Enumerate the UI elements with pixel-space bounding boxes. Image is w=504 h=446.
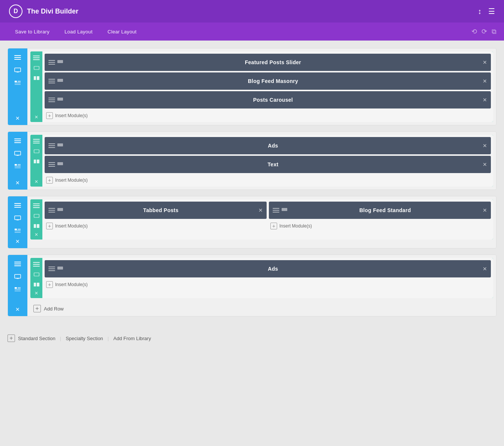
section-3-close-icon[interactable]: ✕ [15, 238, 20, 244]
row-menu-icon[interactable] [32, 202, 40, 210]
undo-icon[interactable]: ⟲ [471, 27, 477, 36]
module-close-icon[interactable]: ✕ [483, 266, 487, 272]
section-4-grid-icon[interactable] [12, 284, 23, 295]
history-icon[interactable]: ⧉ [492, 28, 496, 36]
svg-rect-20 [37, 160, 39, 163]
section-3-grid-icon[interactable] [12, 226, 23, 236]
module-tabbed-posts[interactable]: Tabbed Posts ✕ [45, 202, 267, 219]
insert-modules-label: Insert Module(s) [55, 178, 88, 183]
row-menu-icon[interactable] [32, 54, 40, 62]
module-close-icon[interactable]: ✕ [483, 78, 487, 84]
row-menu-icon[interactable] [32, 260, 40, 268]
svg-rect-42 [37, 283, 39, 286]
insert-modules-col-2[interactable]: + Insert Module(s) [269, 220, 491, 230]
insert-modules-row-4[interactable]: + Insert Module(s) [45, 279, 491, 289]
add-from-library-link[interactable]: Add From Library [113, 336, 151, 341]
section-1-menu-icon[interactable] [12, 52, 23, 63]
clear-layout-button[interactable]: Clear Layout [100, 23, 144, 41]
module-close-icon[interactable]: ✕ [483, 207, 487, 213]
row-close-icon[interactable]: ✕ [34, 291, 38, 296]
svg-rect-14 [15, 164, 17, 166]
row-monitor-icon[interactable] [32, 147, 40, 155]
module-posts-carousel[interactable]: Posts Carousel ✕ [45, 91, 491, 108]
section-4-monitor-icon[interactable] [12, 271, 23, 282]
section-2-monitor-icon[interactable] [12, 148, 23, 159]
section-1-grid-icon[interactable] [12, 78, 23, 88]
section-4-menu-icon[interactable] [12, 259, 23, 269]
module-close-icon[interactable]: ✕ [258, 207, 263, 213]
row-1-1-sidebar: ✕ [30, 51, 42, 122]
module-close-icon[interactable]: ✕ [483, 59, 487, 65]
svg-rect-11 [57, 98, 63, 101]
section-1-close-icon[interactable]: ✕ [15, 115, 20, 121]
module-title: Tabbed Posts [67, 207, 255, 213]
row-columns-icon[interactable] [32, 222, 40, 230]
insert-modules-row-2[interactable]: + Insert Module(s) [45, 175, 491, 184]
row-monitor-icon[interactable] [32, 64, 40, 72]
row-monitor-icon[interactable] [32, 212, 40, 220]
svg-rect-23 [15, 216, 21, 220]
svg-rect-30 [34, 224, 36, 228]
row-4-1-modules: Ads ✕ + Insert Module(s) [42, 258, 493, 298]
add-row-button[interactable]: + Add Row [27, 301, 496, 316]
footer: + Standard Section | Specialty Section |… [0, 330, 504, 347]
module-ads-2[interactable]: Ads ✕ [45, 260, 491, 277]
sort-icon[interactable]: ↕ [478, 7, 482, 16]
section-3-content: ✕ Tabbed Posts ✕ [27, 196, 496, 248]
section-2-close-icon[interactable]: ✕ [15, 180, 20, 186]
module-close-icon[interactable]: ✕ [483, 161, 487, 167]
svg-rect-21 [57, 143, 63, 146]
row-columns-icon[interactable] [32, 280, 40, 289]
module-blog-feed-masonry[interactable]: Blog Feed Masonry ✕ [45, 72, 491, 90]
row-3-1-modules: Tabbed Posts ✕ + Insert Module(s) [42, 199, 493, 240]
module-close-icon[interactable]: ✕ [483, 143, 487, 149]
module-text[interactable]: Text ✕ [45, 156, 491, 173]
insert-plus-icon: + [46, 177, 53, 184]
row-2-1-modules: Ads ✕ Text ✕ + Insert Module(s) [42, 135, 493, 187]
column-2: Blog Feed Standard ✕ + Insert Module(s) [269, 202, 491, 230]
row-monitor-icon[interactable] [32, 270, 40, 279]
redo-icon[interactable]: ⟳ [482, 27, 487, 36]
load-layout-button[interactable]: Load Layout [57, 23, 100, 41]
row-columns-icon[interactable] [32, 157, 40, 166]
section-4-close-icon[interactable]: ✕ [15, 306, 20, 312]
module-close-icon[interactable]: ✕ [483, 97, 487, 103]
header: D The Divi Builder ↕ ☰ [0, 0, 504, 23]
add-row-label: Add Row [44, 306, 64, 312]
module-ads-1[interactable]: Ads ✕ [45, 137, 491, 154]
insert-modules-row-1[interactable]: + Insert Module(s) [45, 110, 491, 120]
insert-plus-icon: + [270, 223, 277, 229]
standard-section-link[interactable]: Standard Section [18, 336, 56, 341]
separator-2: | [108, 336, 109, 341]
section-2-menu-icon[interactable] [12, 136, 23, 146]
row-close-icon[interactable]: ✕ [34, 115, 38, 120]
svg-rect-0 [15, 68, 21, 72]
module-featured-posts-slider[interactable]: Featured Posts Slider ✕ [45, 54, 491, 71]
module-title: Blog Feed Standard [291, 207, 479, 213]
module-blog-feed-standard[interactable]: Blog Feed Standard ✕ [269, 202, 491, 219]
svg-rect-32 [57, 208, 63, 211]
svg-rect-5 [15, 84, 21, 85]
specialty-section-link[interactable]: Specialty Section [66, 336, 103, 341]
module-icons [273, 208, 288, 212]
footer-add-icon[interactable]: + [8, 334, 15, 342]
module-title: Text [67, 161, 479, 167]
svg-rect-15 [18, 164, 21, 166]
menu-icon[interactable]: ☰ [488, 7, 495, 16]
module-icons [48, 208, 63, 212]
save-to-library-button[interactable]: Save to Library [8, 23, 57, 41]
svg-rect-8 [37, 76, 39, 80]
section-1-monitor-icon[interactable] [12, 65, 23, 75]
section-3-monitor-icon[interactable] [12, 213, 23, 223]
module-icons [48, 143, 63, 148]
svg-rect-37 [18, 287, 21, 289]
module-icons [48, 98, 63, 102]
row-menu-icon[interactable] [32, 137, 40, 145]
section-2-grid-icon[interactable] [12, 161, 23, 172]
section-3-menu-icon[interactable] [12, 200, 23, 211]
row-columns-icon[interactable] [32, 74, 40, 82]
insert-modules-col-1[interactable]: + Insert Module(s) [45, 220, 267, 230]
row-close-icon[interactable]: ✕ [34, 232, 38, 237]
row-close-icon[interactable]: ✕ [34, 179, 38, 184]
svg-rect-19 [34, 160, 36, 163]
